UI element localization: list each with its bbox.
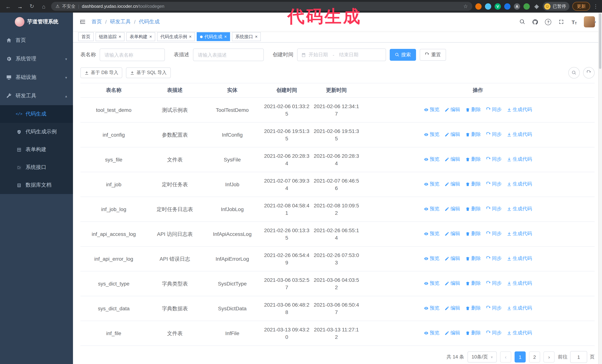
sidebar-item-infra[interactable]: 基础设施 ▾	[0, 68, 73, 87]
browser-back-button[interactable]: ←	[4, 2, 13, 11]
sidebar-item-codegen[interactable]: </> 代码生成	[0, 105, 73, 123]
tab-close-icon[interactable]: ×	[118, 34, 121, 39]
preview-action-link[interactable]: 预览	[424, 305, 439, 312]
delete-action-link[interactable]: 删除	[465, 305, 481, 312]
refresh-table-button[interactable]	[583, 67, 595, 79]
breadcrumb-devtools[interactable]: 研发工具	[110, 19, 131, 25]
import-db-button[interactable]: 基于 DB 导入	[80, 67, 122, 78]
preview-action-link[interactable]: 预览	[424, 329, 439, 337]
import-sql-button[interactable]: 基于 SQL 导入	[126, 67, 171, 78]
tab-链路追踪[interactable]: 链路追踪×	[96, 32, 124, 41]
search-button[interactable]: 搜索	[390, 49, 416, 61]
github-icon[interactable]	[532, 19, 539, 25]
page-button-2[interactable]: 2	[529, 351, 540, 363]
bookmark-star-icon[interactable]: ☆	[463, 3, 468, 9]
extension-icon[interactable]	[485, 3, 491, 10]
browser-forward-button[interactable]: →	[16, 2, 24, 11]
page-scrollbar[interactable]	[598, 13, 602, 364]
table-desc-input[interactable]	[193, 49, 264, 61]
extension-icon[interactable]	[524, 3, 530, 10]
sync-action-link[interactable]: 同步	[486, 205, 502, 213]
address-bar[interactable]: ⚠ 不安全 | dashboard.yudao.iocoder.cn/tool/…	[51, 2, 472, 11]
delete-action-link[interactable]: 删除	[465, 180, 481, 188]
sync-action-link[interactable]: 同步	[486, 255, 502, 262]
delete-action-link[interactable]: 删除	[465, 255, 481, 262]
browser-profile-chip[interactable]: ☺ 已暂停	[543, 2, 570, 11]
edit-action-link[interactable]: 编辑	[445, 106, 460, 114]
generate-action-link[interactable]: 生成代码	[507, 180, 532, 188]
preview-action-link[interactable]: 预览	[424, 255, 439, 262]
sidebar-item-form-builder[interactable]: 表单构建	[0, 141, 73, 158]
search-icon[interactable]	[519, 19, 526, 25]
edit-action-link[interactable]: 编辑	[445, 329, 460, 337]
generate-action-link[interactable]: 生成代码	[507, 156, 532, 163]
prev-page-button[interactable]: ‹	[500, 351, 511, 363]
tab-close-icon[interactable]: ×	[189, 34, 192, 39]
generate-action-link[interactable]: 生成代码	[507, 205, 532, 213]
edit-action-link[interactable]: 编辑	[445, 180, 460, 188]
tab-close-icon[interactable]: ×	[255, 34, 258, 39]
delete-action-link[interactable]: 删除	[465, 230, 481, 238]
extension-icon[interactable]: A	[514, 3, 520, 10]
edit-action-link[interactable]: 编辑	[445, 205, 460, 213]
font-size-icon[interactable]: TT	[571, 19, 578, 25]
sidebar-item-devtools[interactable]: 研发工具 ▴	[0, 87, 73, 105]
preview-action-link[interactable]: 预览	[424, 230, 439, 238]
generate-action-link[interactable]: 生成代码	[507, 255, 532, 262]
extension-icon[interactable]	[504, 3, 510, 10]
sidebar-item-db-doc[interactable]: 数据库文档	[0, 176, 73, 194]
next-page-button[interactable]: ›	[543, 351, 555, 363]
edit-action-link[interactable]: 编辑	[445, 131, 460, 138]
edit-action-link[interactable]: 编辑	[445, 305, 460, 312]
table-name-input[interactable]	[100, 49, 165, 61]
generate-action-link[interactable]: 生成代码	[507, 131, 532, 138]
help-icon[interactable]: ?	[545, 19, 552, 25]
tab-系统接口[interactable]: 系统接口×	[232, 32, 261, 41]
browser-menu-icon[interactable]: ⋮	[593, 3, 598, 9]
sync-action-link[interactable]: 同步	[486, 156, 502, 163]
reset-button[interactable]: 重置	[420, 49, 446, 61]
extension-icon[interactable]	[475, 3, 482, 10]
browser-home-button[interactable]: ⌂	[39, 2, 48, 11]
preview-action-link[interactable]: 预览	[424, 280, 439, 287]
extension-icon[interactable]: V	[494, 3, 501, 10]
delete-action-link[interactable]: 删除	[465, 205, 481, 213]
sidebar-item-api[interactable]: 系统接口	[0, 158, 73, 176]
preview-action-link[interactable]: 预览	[424, 106, 439, 114]
preview-action-link[interactable]: 预览	[424, 180, 439, 188]
sync-action-link[interactable]: 同步	[486, 305, 502, 312]
generate-action-link[interactable]: 生成代码	[507, 280, 532, 287]
preview-action-link[interactable]: 预览	[424, 205, 439, 213]
sync-action-link[interactable]: 同步	[486, 230, 502, 238]
tab-close-icon[interactable]: ×	[149, 34, 152, 39]
page-button-1[interactable]: 1	[515, 351, 526, 363]
breadcrumb-home[interactable]: 首页	[92, 19, 102, 25]
logo[interactable]: 芋道管理系统	[0, 13, 73, 31]
generate-action-link[interactable]: 生成代码	[507, 106, 532, 114]
sidebar-item-codegen-example[interactable]: 代码生成示例	[0, 123, 73, 141]
tab-代码生成示例[interactable]: 代码生成示例×	[157, 32, 195, 41]
generate-action-link[interactable]: 生成代码	[507, 329, 532, 337]
delete-action-link[interactable]: 删除	[465, 131, 481, 138]
edit-action-link[interactable]: 编辑	[445, 280, 460, 287]
preview-action-link[interactable]: 预览	[424, 131, 439, 138]
delete-action-link[interactable]: 删除	[465, 280, 481, 287]
tab-表单构建[interactable]: 表单构建×	[126, 32, 155, 41]
user-menu[interactable]: ▾	[584, 16, 596, 27]
sidebar-item-home[interactable]: 首页	[0, 31, 73, 50]
generate-action-link[interactable]: 生成代码	[507, 305, 532, 312]
sync-action-link[interactable]: 同步	[486, 106, 502, 114]
scrollbar-thumb[interactable]	[599, 13, 601, 69]
delete-action-link[interactable]: 删除	[465, 106, 481, 114]
sidebar-item-system[interactable]: 系统管理 ▾	[0, 50, 73, 68]
generate-action-link[interactable]: 生成代码	[507, 230, 532, 238]
edit-action-link[interactable]: 编辑	[445, 230, 460, 238]
browser-refresh-button[interactable]: ↻	[27, 2, 36, 11]
tab-代码生成[interactable]: 代码生成×	[197, 32, 230, 41]
browser-update-button[interactable]: 更新	[572, 2, 590, 11]
preview-action-link[interactable]: 预览	[424, 156, 439, 163]
sync-action-link[interactable]: 同步	[486, 180, 502, 188]
delete-action-link[interactable]: 删除	[465, 329, 481, 337]
hamburger-icon[interactable]	[79, 18, 86, 26]
sync-action-link[interactable]: 同步	[486, 329, 502, 337]
